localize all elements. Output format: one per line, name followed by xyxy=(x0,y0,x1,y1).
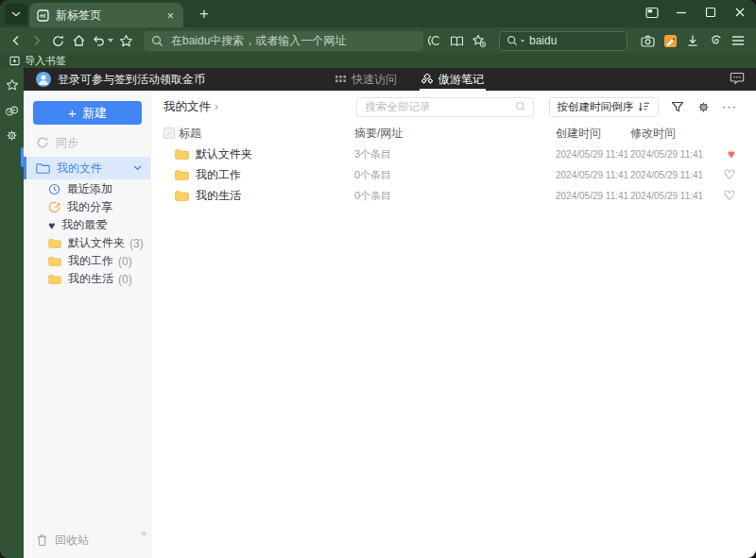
select-all-checkbox[interactable]: ✓ xyxy=(163,127,175,139)
new-tab-button[interactable]: + xyxy=(193,3,215,25)
toolbar-right-cluster: baidu xyxy=(423,30,748,51)
login-prompt[interactable]: 登录可参与签到活动领取金币 xyxy=(36,72,205,88)
import-bookmarks-icon xyxy=(9,56,20,66)
recycle-bin-button[interactable]: 回收站 xyxy=(24,531,150,550)
login-text: 登录可参与签到活动领取金币 xyxy=(58,72,205,88)
tab-list-button[interactable] xyxy=(5,4,27,25)
row-created: 2024/05/29 11:41 xyxy=(556,191,630,201)
sidebar-item-default-folder[interactable]: 默认文件夹 (3) xyxy=(24,234,150,252)
favorites-manager-icon[interactable] xyxy=(469,30,490,51)
close-icon[interactable] xyxy=(731,4,748,21)
breadcrumb[interactable]: 我的文件 › xyxy=(163,99,218,115)
address-bar[interactable] xyxy=(144,31,423,51)
address-input[interactable] xyxy=(169,33,416,48)
sync-icon xyxy=(36,136,49,149)
folder-icon xyxy=(48,238,61,248)
maxnote-toolbar-icon[interactable] xyxy=(660,30,680,51)
table-row-default-folder[interactable]: 默认文件夹 3个条目 2024/05/29 11:41 2024/05/29 1… xyxy=(151,144,756,164)
menu-icon[interactable] xyxy=(728,30,748,51)
quick-search-box[interactable]: baidu xyxy=(499,31,627,51)
row-title: 我的生活 xyxy=(196,188,354,204)
favorite-heart-icon[interactable]: ♡ xyxy=(723,189,735,202)
notes-search-input[interactable] xyxy=(364,100,515,113)
search-engine-label: baidu xyxy=(529,34,557,47)
sidebar-item-my-life[interactable]: 我的生活 (0) xyxy=(24,270,150,288)
favorite-heart-icon[interactable]: ♥ xyxy=(728,147,735,161)
tab-close-icon[interactable]: × xyxy=(164,9,176,22)
tab-maxnote[interactable]: 傲游笔记 xyxy=(421,68,484,91)
column-header-summary[interactable]: 摘要/网址 xyxy=(354,126,556,142)
import-bookmarks-button[interactable]: 导入书签 xyxy=(9,54,66,68)
more-options-icon[interactable]: ··· xyxy=(722,104,737,110)
folder-icon xyxy=(175,148,189,160)
home-icon[interactable] xyxy=(68,30,89,51)
maxnote-app: 登录可参与签到活动领取金币 快速访问 傲游笔记 xyxy=(0,68,756,558)
rail-favorites-star-icon[interactable] xyxy=(0,76,24,94)
sidebar-item-my-shares[interactable]: 我的分享 xyxy=(24,198,150,216)
trash-icon xyxy=(36,533,48,547)
chevron-down-icon[interactable] xyxy=(133,165,142,171)
undo-dropdown-caret[interactable] xyxy=(108,39,113,42)
sidebar-item-favorites[interactable]: ♥ 我的最爱 xyxy=(24,216,150,234)
reader-mode-icon[interactable] xyxy=(423,30,444,51)
collapse-sidebar-button[interactable]: « xyxy=(141,527,146,538)
notes-search-box[interactable] xyxy=(356,97,534,117)
table-header: ✓ 标题 摘要/网址 创建时间 修改时间 xyxy=(151,123,756,144)
refresh-icon[interactable] xyxy=(47,30,68,51)
extensions-swirl-icon[interactable] xyxy=(705,30,726,51)
column-header-modified[interactable]: 修改时间 xyxy=(630,126,717,142)
workspace-icon[interactable] xyxy=(644,4,661,21)
row-created: 2024/05/29 11:41 xyxy=(556,149,630,160)
back-icon[interactable] xyxy=(6,30,26,51)
sync-button[interactable]: 同步 xyxy=(24,132,150,153)
undo-icon[interactable] xyxy=(89,30,115,51)
search-engine-caret[interactable] xyxy=(521,40,524,42)
sidebar-item-recent[interactable]: 最近添加 xyxy=(24,180,150,198)
folder-icon xyxy=(48,256,61,266)
plus-icon: + xyxy=(68,106,77,120)
maxthon-logo-icon xyxy=(37,9,49,22)
table-row-my-life[interactable]: 我的生活 0个条目 2024/05/29 11:41 2024/05/29 11… xyxy=(151,185,756,206)
row-modified: 2024/05/29 11:41 xyxy=(630,149,717,160)
column-header-title[interactable]: 标题 xyxy=(179,126,354,142)
window-controls xyxy=(644,4,748,21)
sidebar-item-my-work[interactable]: 我的工作 (0) xyxy=(24,252,150,270)
rail-maxnote-icon[interactable] xyxy=(0,101,24,120)
sort-order-button[interactable]: 按创建时间倒序 xyxy=(549,97,660,117)
maxnote-tab-icon xyxy=(421,74,433,85)
row-title: 默认文件夹 xyxy=(196,146,354,162)
favorite-star-icon[interactable] xyxy=(115,30,136,51)
breadcrumb-arrow-icon: › xyxy=(215,100,218,113)
grid-icon xyxy=(335,76,346,83)
side-rail xyxy=(0,68,24,558)
filter-funnel-icon[interactable] xyxy=(671,101,684,113)
tab-title: 新标签页 xyxy=(56,8,164,24)
sidebar-item-my-files[interactable]: 我的文件 xyxy=(24,157,150,179)
feedback-bubble-icon[interactable] xyxy=(730,72,745,85)
notes-sidebar: + 新建 同步 我的文件 最近添加 xyxy=(24,91,151,558)
folder-icon xyxy=(175,190,189,201)
rail-settings-gear-icon[interactable] xyxy=(0,126,24,144)
download-icon[interactable] xyxy=(682,30,703,51)
row-created: 2024/05/29 11:41 xyxy=(556,170,630,180)
row-summary: 0个条目 xyxy=(354,189,556,203)
favorite-heart-icon[interactable]: ♡ xyxy=(723,168,735,181)
heart-icon: ♥ xyxy=(48,220,55,231)
settings-gear-icon[interactable] xyxy=(696,100,711,114)
minimize-icon[interactable] xyxy=(673,4,690,21)
tab-quick-access[interactable]: 快速访问 xyxy=(335,68,397,91)
search-icon xyxy=(507,35,518,46)
maximize-icon[interactable] xyxy=(702,4,719,21)
new-note-button[interactable]: + 新建 xyxy=(33,101,142,125)
reading-list-icon[interactable] xyxy=(446,30,467,51)
avatar[interactable] xyxy=(36,72,51,87)
folder-icon xyxy=(48,274,61,284)
row-modified: 2024/05/29 11:41 xyxy=(630,170,717,180)
column-header-created[interactable]: 创建时间 xyxy=(556,126,630,142)
browser-window: 新标签页 × + xyxy=(0,0,756,558)
forward-icon[interactable] xyxy=(26,30,47,51)
screenshot-camera-icon[interactable] xyxy=(637,30,658,51)
bookmarks-bar: 导入书签 xyxy=(0,54,756,68)
table-row-my-work[interactable]: 我的工作 0个条目 2024/05/29 11:41 2024/05/29 11… xyxy=(151,164,756,185)
browser-tab-newtab[interactable]: 新标签页 × xyxy=(29,3,183,27)
